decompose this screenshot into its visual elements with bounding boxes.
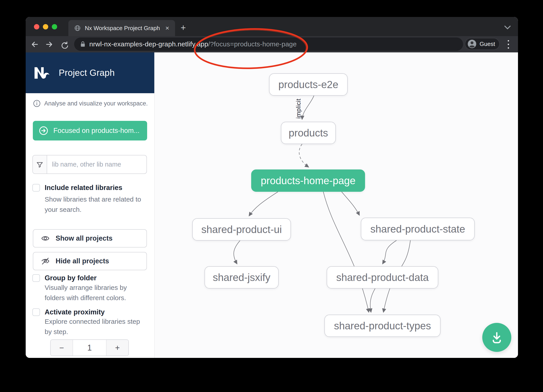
more-menu-icon[interactable] — [506, 39, 511, 50]
window-zoom-button[interactable] — [52, 24, 57, 29]
info-icon — [33, 100, 41, 107]
graph-edge-products-home-page-to-shared-product-state — [342, 192, 359, 215]
proximity-stepper: − 1 + — [50, 339, 129, 356]
graph-edge-shared-product-ui-to-shared-jsxify — [234, 241, 240, 264]
chevron-down-icon[interactable] — [503, 25, 512, 30]
url-bar[interactable]: nrwl-nx-examples-dep-graph.netlify.app/?… — [74, 38, 463, 51]
url-text: nrwl-nx-examples-dep-graph.netlify.app/?… — [89, 40, 297, 48]
graph-node-products-home-page[interactable]: products-home-page — [251, 170, 365, 192]
graph-node-shared-jsxify[interactable]: shared-jsxify — [204, 266, 279, 288]
window-close-button[interactable] — [34, 24, 39, 29]
graph-edge-shared-product-data-to-shared-product-types — [370, 288, 375, 312]
arrow-right-circle-icon — [39, 126, 48, 136]
back-icon[interactable] — [29, 36, 41, 52]
activate-proximity-description: Explore connected libraries step by step… — [45, 316, 145, 337]
graph-canvas: products-e2eproductsproducts-home-pagesh… — [155, 52, 518, 358]
lock-icon — [80, 41, 86, 48]
avatar-icon — [468, 39, 476, 48]
group-by-folder-checkbox[interactable] — [32, 274, 40, 282]
focused-button-label: Focused on products-hom... — [53, 127, 140, 135]
forward-icon[interactable] — [43, 36, 55, 52]
graph-edges — [155, 52, 518, 358]
download-image-button[interactable] — [482, 323, 511, 352]
new-tab-button[interactable]: + — [181, 24, 186, 32]
filter-icon — [33, 155, 47, 173]
graph-node-products-e2e[interactable]: products-e2e — [269, 73, 348, 96]
url-domain: nrwl-nx-examples-dep-graph.netlify.app — [89, 40, 208, 48]
tab-close-icon[interactable]: × — [165, 25, 169, 31]
show-all-projects-button[interactable]: Show all projects — [33, 229, 147, 248]
include-related-description: Show libraries that are related to your … — [45, 194, 145, 215]
graph-edge-products-home-page-to-shared-product-ui — [249, 192, 278, 216]
group-by-folder-description: Visually arrange libraries by folders wi… — [45, 282, 145, 303]
browser-window: Nx Workspace Project Graph × + — [26, 17, 518, 358]
window-minimize-button[interactable] — [43, 24, 48, 29]
eye-off-icon — [41, 257, 50, 265]
eye-icon — [41, 234, 50, 243]
activate-proximity-checkbox[interactable] — [32, 308, 40, 316]
graph-node-shared-product-types[interactable]: shared-product-types — [324, 315, 441, 337]
tagline-text: Analyse and visualize your workspace. — [44, 100, 148, 107]
filter-field — [32, 155, 147, 174]
filter-input[interactable] — [47, 155, 147, 173]
reload-icon[interactable] — [58, 36, 70, 52]
graph-edge-products-e2e-to-products — [302, 96, 314, 120]
globe-icon — [74, 25, 81, 31]
url-path: /?focus=products-home-page — [208, 40, 296, 48]
hide-all-projects-label: Hide all projects — [56, 257, 109, 265]
activate-proximity-label: Activate proximity — [45, 308, 105, 316]
graph-node-shared-product-state[interactable]: shared-product-state — [361, 218, 475, 240]
graph-edge-shared-product-state-to-shared-product-data — [382, 240, 396, 264]
profile-button[interactable]: Guest — [465, 38, 500, 50]
graph-edge-products-to-products-home-page — [299, 144, 309, 167]
tab-title: Nx Workspace Project Graph — [85, 25, 161, 32]
group-by-folder-label: Group by folder — [45, 274, 97, 282]
graph-node-shared-product-data[interactable]: shared-product-data — [327, 266, 438, 288]
download-icon — [489, 330, 504, 345]
graph-edge-products-home-page-to-shared-product-types — [323, 192, 369, 312]
stepper-decrement-button[interactable]: − — [51, 340, 73, 356]
profile-label: Guest — [480, 41, 495, 48]
graph-node-shared-product-ui[interactable]: shared-product-ui — [192, 218, 291, 241]
stepper-value[interactable]: 1 — [73, 340, 106, 356]
focused-button[interactable]: Focused on products-hom... — [33, 121, 147, 140]
app-title: Project Graph — [59, 68, 115, 78]
include-related-checkbox[interactable] — [32, 184, 40, 192]
nx-logo — [33, 64, 51, 82]
browser-toolbar: nrwl-nx-examples-dep-graph.netlify.app/?… — [26, 36, 518, 52]
show-all-projects-label: Show all projects — [56, 234, 113, 242]
edge-label-implicit: implicit — [295, 99, 302, 119]
include-related-label: Include related libraries — [45, 184, 122, 192]
tagline-row: Analyse and visualize your workspace. — [33, 100, 148, 107]
sidebar: Project Graph Analyse and visualize your… — [26, 52, 155, 358]
sidebar-header: Project Graph — [26, 52, 154, 93]
graph-node-products[interactable]: products — [281, 122, 336, 144]
browser-tab[interactable]: Nx Workspace Project Graph × — [68, 20, 175, 36]
hide-all-projects-button[interactable]: Hide all projects — [33, 252, 147, 270]
stepper-increment-button[interactable]: + — [106, 340, 128, 356]
tab-strip: Nx Workspace Project Graph × + — [26, 17, 518, 36]
